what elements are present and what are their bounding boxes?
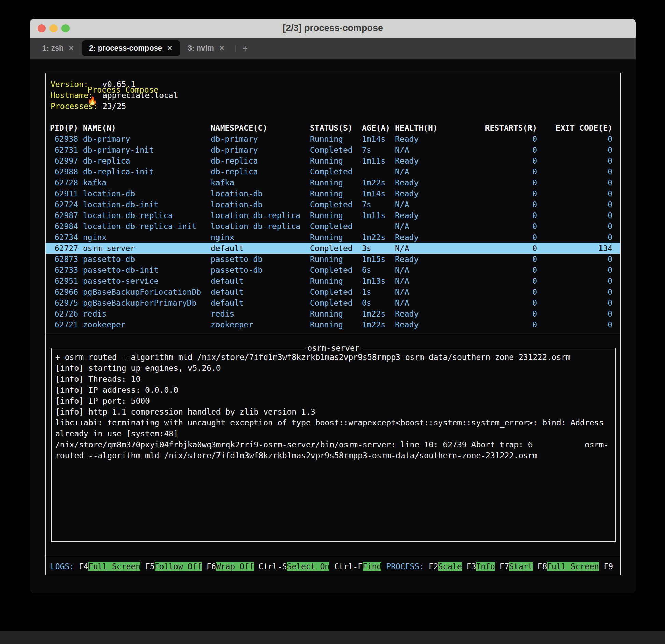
table-log-separator: [46, 335, 620, 335]
tab-2-process-compose[interactable]: 2: process-compose✕: [82, 40, 180, 56]
header-field-value: 23/25: [102, 101, 126, 112]
hotkey-action-select-on[interactable]: Select On: [287, 562, 329, 571]
cell-exit-code: 0: [50, 144, 612, 155]
process-row[interactable]: 62728kafkakafkaRunning1m22sReady00: [46, 177, 620, 188]
process-row[interactable]: 62873passetto-dbpassetto-dbRunning1m15sR…: [46, 254, 620, 265]
cell-exit-code: 0: [50, 276, 612, 286]
hotbar-separator: [46, 557, 620, 557]
process-compose-app: Version:v0.65.1Hostname:appreciate.local…: [45, 73, 621, 575]
cell-exit-code: 0: [50, 134, 612, 144]
process-row[interactable]: 62726redisredisRunning1m22sReady00: [46, 308, 620, 319]
tab-3-nvim[interactable]: 3: nvim✕: [180, 40, 232, 56]
tab-bar: 1: zsh✕2: process-compose✕3: nvim✕|+: [30, 38, 636, 59]
process-row[interactable]: 62731db-primary-initdb-primaryCompleted7…: [46, 144, 620, 155]
log-line: libc++abi: terminating with uncaught exc…: [55, 417, 604, 428]
hotkey-f2[interactable]: F2: [429, 562, 438, 571]
log-line: already in use [system:48]: [55, 428, 178, 439]
tab-label: 1: zsh: [42, 44, 63, 53]
log-line: routed --algorithm mld /nix/store/7ifd1m…: [55, 450, 537, 461]
tab-label: 2: process-compose: [89, 44, 162, 53]
process-row[interactable]: 62987location-db-replicalocation-db-repl…: [46, 210, 620, 221]
hotkey-f5[interactable]: F5: [145, 562, 155, 571]
app-title: Process Compose 🔥: [40, 73, 614, 84]
cell-exit-code: 0: [50, 297, 612, 308]
hotkey-f4[interactable]: F4: [79, 562, 88, 571]
process-row[interactable]: 62951passetto-servicedefaultRunning1m13s…: [46, 276, 620, 286]
cell-exit-code: 134: [50, 243, 612, 254]
cell-exit-code: 0: [50, 254, 612, 265]
cell-exit-code: 0: [50, 286, 612, 297]
cell-exit-code: 0: [50, 308, 612, 319]
cell-exit-code: 0: [50, 166, 612, 177]
hotkey-ctrl-f[interactable]: Ctrl-F: [334, 562, 363, 571]
process-row[interactable]: 62984location-db-replica-initlocation-db…: [46, 221, 620, 232]
log-line: [info] starting up engines, v5.26.0: [55, 363, 221, 374]
hotkey-f3[interactable]: F3: [467, 562, 476, 571]
tab-separator: |: [235, 44, 237, 52]
tab-close-icon[interactable]: ✕: [68, 44, 74, 52]
tab-label: 3: nvim: [188, 44, 214, 53]
process-table-header: PID(P)NAME(N)NAMESPACE(C)STATUS(S)AGE(A)…: [46, 123, 620, 134]
hotkey-ctrl-s[interactable]: Ctrl-S: [258, 562, 287, 571]
log-line: + osrm-routed --algorithm mld /nix/store…: [55, 352, 570, 363]
cell-exit-code: 0: [50, 232, 612, 243]
hotkey-action-wrap-off[interactable]: Wrap Off: [216, 562, 254, 571]
cell-exit-code: 0: [50, 319, 612, 330]
process-row[interactable]: 62988db-replica-initdb-replicaCompletedN…: [46, 166, 620, 177]
cell-exit-code: 0: [50, 188, 612, 199]
hotbar-logs-label: LOGS:: [51, 562, 74, 571]
hotkey-action-start[interactable]: Start: [509, 562, 533, 571]
terminal-window: [2/3] process-compose 1: zsh✕2: process-…: [30, 19, 636, 593]
log-line: [info] IP port: 5000: [55, 395, 150, 406]
cell-exit-code: 0: [50, 221, 612, 232]
hotkey-f7[interactable]: F7: [500, 562, 509, 571]
hotkey-action-full-screen[interactable]: Full Screen: [88, 562, 140, 571]
hotkey-f8[interactable]: F8: [538, 562, 547, 571]
cell-exit-code: 0: [50, 199, 612, 210]
fire-icon: 🔥: [87, 96, 97, 105]
process-row-selected[interactable]: 62727osrm-serverdefaultCompleted3sN/A013…: [46, 243, 620, 254]
process-row[interactable]: 62938db-primarydb-primaryRunning1m14sRea…: [46, 134, 620, 144]
log-line: /nix/store/qm8m370pxyi04frbjka0wq3mrqk2r…: [55, 439, 608, 450]
header-field-processes: Processes:23/25: [46, 101, 620, 112]
process-row[interactable]: 62724location-db-initlocation-dbComplete…: [46, 199, 620, 210]
terminal-content: Version:v0.65.1Hostname:appreciate.local…: [30, 59, 636, 593]
log-line: [info] Threads: 10: [55, 374, 140, 384]
cell-exit-code: 0: [50, 210, 612, 221]
window-title: [2/3] process-compose: [30, 19, 636, 38]
process-row[interactable]: 62733passetto-db-initpassetto-dbComplete…: [46, 265, 620, 276]
log-line: [info] http 1.1 compression handled by z…: [55, 406, 315, 417]
hotkey-action-full-screen[interactable]: Full Screen: [547, 562, 599, 571]
hotkey-bar: LOGS: F4Full Screen F5Follow Off F6Wrap …: [51, 561, 613, 572]
process-row[interactable]: 62997db-replicadb-replicaRunning1m11sRea…: [46, 155, 620, 166]
tab-close-icon[interactable]: ✕: [167, 44, 173, 52]
process-row[interactable]: 62975pgBaseBackupForPrimaryDbdefaultComp…: [46, 297, 620, 308]
cell-exit-code: 0: [50, 265, 612, 276]
hotkey-action-follow-off[interactable]: Follow Off: [155, 562, 202, 571]
cell-exit-code: 0: [50, 155, 612, 166]
process-row[interactable]: 62911location-dblocation-dbRunning1m14sR…: [46, 188, 620, 199]
process-row[interactable]: 62966pgBaseBackupForLocationDbdefaultCom…: [46, 286, 620, 297]
hotkey-f6[interactable]: F6: [207, 562, 216, 571]
log-line: [info] IP address: 0.0.0.0: [55, 384, 178, 395]
hotkey-action-find[interactable]: Find: [363, 562, 381, 571]
cell-exit-code: 0: [50, 177, 612, 188]
desktop-wallpaper-strip: [0, 631, 665, 644]
new-tab-button[interactable]: +: [243, 43, 248, 54]
column-header-exit-code: EXIT CODE(E): [50, 123, 612, 134]
hotkey-action-info[interactable]: Info: [476, 562, 495, 571]
hotkey-action-scale[interactable]: Scale: [438, 562, 462, 571]
hotbar-process-label: PROCESS:: [386, 562, 424, 571]
log-panel: osrm-server + osrm-routed --algorithm ml…: [51, 348, 616, 542]
window-titlebar[interactable]: [2/3] process-compose: [30, 19, 636, 38]
tab-close-icon[interactable]: ✕: [219, 44, 225, 52]
hotkey-f9[interactable]: F9: [604, 562, 613, 571]
process-row[interactable]: 62721zookeeperzookeeperRunning1m22sReady…: [46, 319, 620, 330]
process-row[interactable]: 62734nginxnginxRunning1m22sReady00: [46, 232, 620, 243]
tab-1-zsh[interactable]: 1: zsh✕: [35, 40, 82, 56]
app-title-text: Process Compose: [87, 85, 158, 94]
